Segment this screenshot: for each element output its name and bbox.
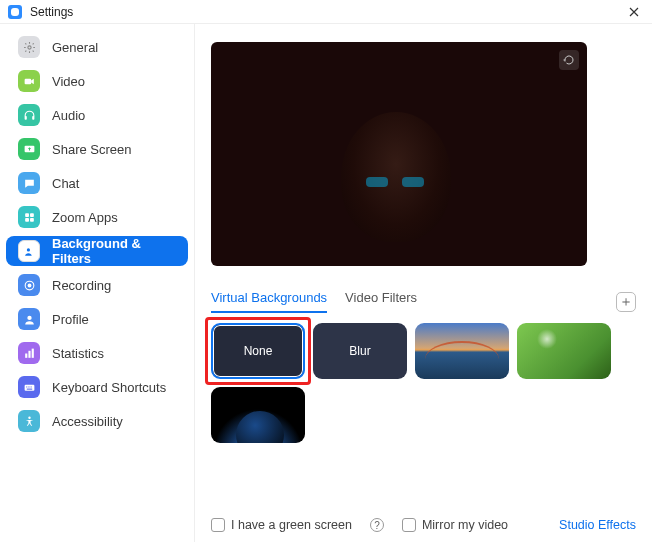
sidebar-item-general[interactable]: General	[6, 32, 188, 62]
svg-rect-13	[25, 353, 27, 357]
sidebar-item-zoom-apps[interactable]: Zoom Apps	[6, 202, 188, 232]
sidebar-item-label: Profile	[52, 312, 89, 327]
video-icon	[18, 70, 40, 92]
svg-rect-1	[24, 78, 31, 83]
footer: I have a green screen ? Mirror my video …	[211, 500, 636, 532]
sidebar-item-label: Background & Filters	[52, 236, 176, 266]
keyboard-icon	[18, 376, 40, 398]
sidebar-item-statistics[interactable]: Statistics	[6, 338, 188, 368]
svg-rect-6	[30, 213, 34, 217]
sidebar-item-audio[interactable]: Audio	[6, 100, 188, 130]
apps-icon	[18, 206, 40, 228]
main-panel: Virtual Backgrounds Video Filters ＋ None…	[195, 24, 652, 542]
selected-highlight: None	[211, 323, 305, 379]
preview-glasses	[366, 177, 424, 187]
help-icon: ?	[374, 520, 380, 531]
sidebar-item-label: Audio	[52, 108, 85, 123]
green-screen-help[interactable]: ?	[370, 518, 384, 532]
recording-icon	[18, 274, 40, 296]
checkbox-box	[402, 518, 416, 532]
video-preview	[211, 42, 587, 266]
svg-point-0	[27, 45, 30, 48]
mirror-video-label: Mirror my video	[422, 518, 508, 532]
accessibility-icon	[18, 410, 40, 432]
svg-point-21	[28, 416, 30, 418]
svg-rect-2	[24, 116, 26, 120]
studio-effects-link[interactable]: Studio Effects	[559, 518, 636, 532]
green-screen-checkbox[interactable]: I have a green screen	[211, 518, 352, 532]
background-blur-label: Blur	[349, 344, 370, 358]
close-icon	[629, 7, 639, 17]
svg-rect-17	[26, 386, 27, 387]
checkbox-box	[211, 518, 225, 532]
background-none[interactable]: None	[211, 323, 305, 379]
background-thumbnails: None Blur	[211, 323, 636, 443]
tabs: Virtual Backgrounds Video Filters	[211, 290, 417, 313]
sidebar-item-share-screen[interactable]: Share Screen	[6, 134, 188, 164]
svg-rect-14	[28, 350, 30, 357]
svg-point-11	[27, 283, 31, 287]
statistics-icon	[18, 342, 40, 364]
background-none-label: None	[244, 344, 273, 358]
profile-icon	[18, 308, 40, 330]
svg-rect-3	[32, 116, 34, 120]
main-container: General Video Audio Share Screen Chat Zo…	[0, 24, 652, 542]
rotate-camera-button[interactable]	[559, 50, 579, 70]
svg-rect-16	[24, 384, 34, 390]
gear-icon	[18, 36, 40, 58]
sidebar-item-keyboard-shortcuts[interactable]: Keyboard Shortcuts	[6, 372, 188, 402]
sidebar-item-label: Statistics	[52, 346, 104, 361]
svg-point-12	[27, 315, 31, 319]
titlebar: Settings	[0, 0, 652, 24]
sidebar-item-label: Share Screen	[52, 142, 132, 157]
mirror-video-checkbox[interactable]: Mirror my video	[402, 518, 508, 532]
background-earth[interactable]	[211, 387, 305, 443]
background-blur[interactable]: Blur	[313, 323, 407, 379]
svg-rect-15	[31, 348, 33, 357]
close-button[interactable]	[624, 2, 644, 22]
tab-video-filters[interactable]: Video Filters	[345, 290, 417, 313]
svg-rect-8	[30, 218, 34, 222]
svg-rect-19	[30, 386, 31, 387]
sidebar-item-profile[interactable]: Profile	[6, 304, 188, 334]
sidebar-item-recording[interactable]: Recording	[6, 270, 188, 300]
svg-rect-18	[28, 386, 29, 387]
svg-rect-5	[25, 213, 29, 217]
sidebar-item-video[interactable]: Video	[6, 66, 188, 96]
background-grass[interactable]	[517, 323, 611, 379]
sidebar-item-accessibility[interactable]: Accessibility	[6, 406, 188, 436]
chat-icon	[18, 172, 40, 194]
tabs-row: Virtual Backgrounds Video Filters ＋	[211, 290, 636, 313]
plus-icon: ＋	[619, 293, 633, 311]
background-icon	[18, 240, 40, 262]
headphones-icon	[18, 104, 40, 126]
rotate-icon	[563, 54, 575, 66]
sidebar-item-label: Accessibility	[52, 414, 123, 429]
sidebar-item-label: Keyboard Shortcuts	[52, 380, 166, 395]
background-bridge[interactable]	[415, 323, 509, 379]
svg-point-9	[26, 248, 29, 251]
sidebar-item-background-filters[interactable]: Background & Filters	[6, 236, 188, 266]
window-title: Settings	[30, 5, 73, 19]
svg-rect-20	[26, 388, 31, 389]
sidebar-item-label: Chat	[52, 176, 79, 191]
sidebar-item-label: Recording	[52, 278, 111, 293]
tab-virtual-backgrounds[interactable]: Virtual Backgrounds	[211, 290, 327, 313]
add-background-button[interactable]: ＋	[616, 292, 636, 312]
sidebar-item-label: General	[52, 40, 98, 55]
sidebar-item-chat[interactable]: Chat	[6, 168, 188, 198]
share-screen-icon	[18, 138, 40, 160]
app-icon	[8, 5, 22, 19]
sidebar-item-label: Zoom Apps	[52, 210, 118, 225]
sidebar-item-label: Video	[52, 74, 85, 89]
sidebar: General Video Audio Share Screen Chat Zo…	[0, 24, 195, 542]
svg-rect-7	[25, 218, 29, 222]
green-screen-label: I have a green screen	[231, 518, 352, 532]
